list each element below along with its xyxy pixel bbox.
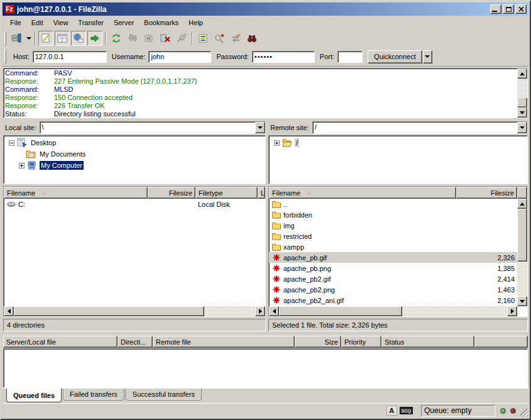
remote-file-row[interactable]: apache_pb2_ani.gif 2,160 — [269, 295, 517, 306]
cancel-button[interactable] — [141, 31, 156, 46]
remote-file-row[interactable]: img — [269, 220, 517, 231]
resize-grip[interactable] — [520, 409, 528, 417]
remote-file-row[interactable]: .. — [269, 199, 517, 209]
disconnect-icon — [160, 33, 170, 43]
scroll-right-button[interactable] — [507, 306, 517, 316]
expand-icon[interactable] — [274, 140, 280, 146]
column-header-filename[interactable]: Filename — [269, 187, 456, 199]
remote-file-row[interactable]: forbidden — [269, 209, 517, 220]
scroll-thumb[interactable] — [517, 209, 527, 262]
local-list-body: C: Local Disk — [4, 199, 265, 306]
scroll-left-button[interactable] — [4, 306, 14, 316]
remote-site-dropdown[interactable] — [517, 122, 527, 133]
local-treeview-toggle-button[interactable] — [55, 31, 70, 46]
disconnect-button[interactable] — [158, 31, 173, 46]
scroll-down-button[interactable] — [517, 108, 527, 118]
column-header-filesize[interactable]: Filesize — [456, 187, 517, 199]
speed-limit-icon[interactable]: SCQ — [400, 407, 413, 414]
maximize-button[interactable] — [503, 4, 514, 14]
transfer-type-icon[interactable]: A — [386, 406, 397, 416]
file-name: apache_pb2.gif — [283, 275, 331, 283]
scroll-down-button[interactable] — [517, 296, 527, 306]
scroll-thumb[interactable] — [279, 306, 402, 316]
tree-item-my-computer[interactable]: My Computer — [4, 160, 265, 171]
tree-item-root[interactable]: / — [269, 137, 527, 148]
host-input[interactable] — [33, 51, 107, 63]
collapse-icon[interactable] — [9, 140, 14, 146]
quickconnect-grip[interactable] — [4, 50, 6, 64]
remote-treeview-toggle-button[interactable] — [71, 31, 86, 46]
remote-file-row[interactable]: apache_pb.png 1,385 — [269, 263, 517, 274]
scroll-thumb[interactable] — [517, 97, 527, 108]
menu-bookmarks[interactable]: Bookmarks — [139, 17, 183, 28]
filter-button[interactable] — [195, 31, 211, 46]
queue-toggle-button[interactable] — [87, 31, 102, 46]
image-file-icon — [271, 263, 282, 273]
remote-site-combo[interactable]: / — [312, 121, 528, 134]
file-name: C: — [18, 201, 25, 208]
queue-list[interactable] — [3, 348, 528, 388]
scroll-right-button[interactable] — [255, 306, 265, 316]
tab-queued-files[interactable]: Queued files — [6, 389, 62, 402]
column-header-filetype[interactable]: Filetype — [195, 187, 258, 199]
local-site-dropdown[interactable] — [255, 122, 265, 133]
scroll-left-button[interactable] — [269, 306, 279, 316]
remote-file-row[interactable]: apache_pb2.gif 2,414 — [269, 274, 517, 284]
scroll-thumb[interactable] — [14, 306, 204, 316]
close-button[interactable] — [515, 4, 527, 14]
menu-view[interactable]: View — [48, 17, 74, 28]
site-manager-button[interactable] — [9, 31, 24, 46]
column-header-filename[interactable]: Filename — [4, 187, 148, 199]
quickconnect-dropdown[interactable] — [423, 50, 432, 64]
remote-file-row[interactable]: apache_pb2.png 1,463 — [269, 284, 517, 295]
find-files-button[interactable] — [244, 31, 260, 46]
site-manager-icon — [11, 33, 21, 43]
menu-edit[interactable]: Edit — [26, 17, 48, 28]
column-header-filesize[interactable]: Filesize — [148, 187, 195, 199]
remote-hscrollbar[interactable] — [269, 306, 517, 316]
file-size — [456, 220, 517, 231]
menu-server[interactable]: Server — [109, 17, 139, 28]
remote-file-row[interactable]: xampp — [269, 241, 517, 252]
menu-help[interactable]: Help — [183, 17, 208, 28]
username-input[interactable] — [148, 51, 211, 63]
remote-vscrollbar[interactable] — [517, 199, 527, 306]
message-log-toggle-button[interactable] — [38, 31, 53, 46]
remote-file-row-selected[interactable]: apache_pb.gif 2,326 — [269, 252, 517, 263]
username-label: Username: — [112, 53, 146, 60]
column-header-server-local-file[interactable]: Server/Local file — [3, 336, 118, 348]
queue-view-icon — [90, 33, 100, 43]
refresh-button[interactable] — [109, 31, 124, 46]
local-site-combo[interactable]: \ — [40, 121, 266, 134]
tab-successful-transfers[interactable]: Successful transfers — [126, 389, 202, 401]
process-queue-button[interactable] — [125, 31, 140, 46]
reconnect-button[interactable] — [174, 31, 189, 46]
synchronized-browsing-button[interactable] — [228, 31, 243, 46]
column-header-remote-file[interactable]: Remote file — [153, 336, 295, 348]
local-file-row[interactable]: C: Local Disk — [4, 199, 265, 209]
log-scrollbar[interactable] — [517, 69, 527, 118]
minimize-button[interactable] — [490, 4, 501, 14]
local-hscrollbar[interactable] — [4, 306, 265, 316]
column-header-status[interactable]: Status — [381, 336, 474, 348]
menu-transfer[interactable]: Transfer — [73, 17, 109, 28]
remote-file-row[interactable]: restricted — [269, 231, 517, 241]
column-header-size[interactable]: Size — [295, 336, 341, 348]
tree-item-desktop[interactable]: Desktop — [4, 137, 265, 148]
quickconnect-button[interactable]: Quickconnect — [368, 50, 422, 64]
title-bar[interactable]: Fz john@127.0.0.1 - FileZilla — [3, 3, 528, 16]
toolbar-grip[interactable] — [4, 31, 6, 45]
port-input[interactable] — [337, 51, 363, 63]
column-header-priority[interactable]: Priority — [341, 336, 381, 348]
column-header-direction[interactable]: Directi... — [118, 336, 153, 348]
site-manager-dropdown[interactable] — [25, 31, 33, 46]
tab-failed-transfers[interactable]: Failed transfers — [63, 389, 124, 401]
column-header-last-modified[interactable]: L — [258, 187, 265, 199]
scroll-up-button[interactable] — [517, 69, 527, 79]
menu-file[interactable]: File — [5, 17, 26, 28]
password-input[interactable] — [252, 51, 315, 63]
directory-comparison-button[interactable] — [212, 31, 227, 46]
scroll-up-button[interactable] — [517, 199, 527, 209]
expand-icon[interactable] — [19, 163, 25, 169]
tree-item-my-documents[interactable]: My Documents — [4, 148, 265, 160]
